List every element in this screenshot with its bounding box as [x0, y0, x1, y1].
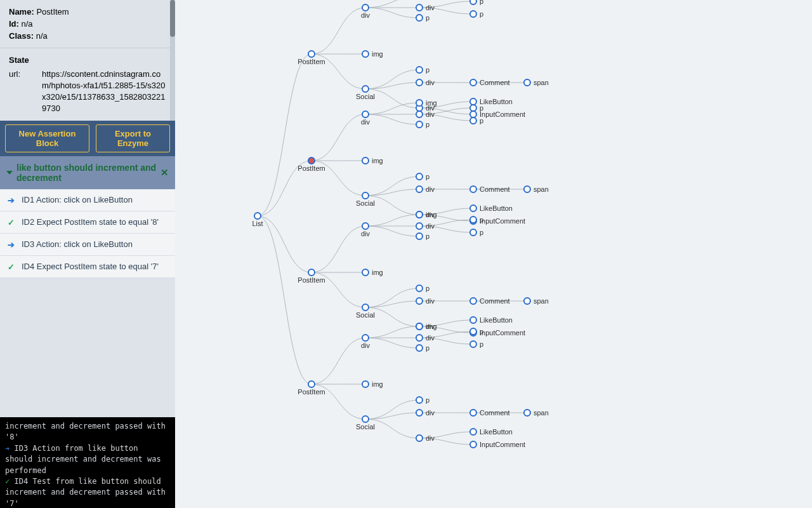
console-line: ✓ ID4 Test from like button should incre…: [5, 476, 170, 508]
tree-node-label: InputComment: [480, 441, 525, 448]
tree-node[interactable]: [470, 205, 476, 211]
step-row[interactable]: ➔ ID3 Action: click on LikeButton: [0, 234, 175, 256]
tree-node[interactable]: [470, 98, 476, 105]
tree-node[interactable]: [416, 233, 422, 239]
step-row[interactable]: ✓ ID4 Expect PostItem state to equal '7': [0, 256, 175, 278]
tree-node[interactable]: [362, 223, 369, 229]
tree-node[interactable]: [416, 335, 422, 341]
tree-node[interactable]: [524, 410, 530, 416]
tree-node[interactable]: [362, 381, 369, 387]
tree-node[interactable]: [416, 121, 422, 128]
console-line: increment and decrement passed with '8': [5, 421, 170, 443]
tree-node[interactable]: [362, 51, 369, 57]
tree-node[interactable]: [416, 397, 422, 403]
tree-node[interactable]: [416, 111, 422, 117]
tree-edge: [311, 8, 365, 54]
tree-node-label: p: [480, 328, 483, 335]
tree-node[interactable]: [470, 79, 476, 86]
tree-edge: [311, 226, 365, 272]
tree-node[interactable]: [362, 157, 369, 164]
test-block-header[interactable]: like button should increment and decreme…: [0, 156, 175, 189]
tree-node-label: span: [534, 297, 549, 305]
tree-node[interactable]: [470, 111, 476, 117]
tree-node-label: p: [480, 10, 483, 18]
component-tree-diagram[interactable]: ListPostItemdivimgSocialimgdivppppdivCom…: [175, 0, 812, 508]
tree-edge: [365, 8, 419, 18]
tree-node-label: img: [372, 157, 383, 164]
component-info-panel: Name: PostItem Id: n/a Class: n/a: [0, 0, 175, 48]
tree-node[interactable]: [470, 186, 476, 192]
tree-node[interactable]: [416, 173, 422, 180]
tree-node[interactable]: [416, 79, 422, 86]
tree-node[interactable]: [416, 285, 422, 291]
tree-node[interactable]: [470, 217, 476, 223]
step-row[interactable]: ✓ ID2 Expect PostItem state to equal '8': [0, 211, 175, 234]
tree-node[interactable]: [470, 117, 476, 124]
tree-node-label: p: [480, 229, 483, 236]
tree-node[interactable]: [416, 186, 422, 192]
tree-node[interactable]: [470, 0, 476, 4]
tree-node[interactable]: [308, 381, 315, 387]
tree-node-label: p: [480, 216, 483, 224]
tree-node[interactable]: [524, 298, 530, 304]
tree-node-label: div: [426, 110, 435, 118]
tree-node[interactable]: [362, 335, 369, 341]
tree-node-label: div: [426, 434, 435, 442]
tree-edge: [258, 216, 311, 384]
tree-node[interactable]: [416, 100, 422, 106]
tree-node[interactable]: [362, 416, 369, 422]
tree-node[interactable]: [470, 105, 476, 111]
tree-node[interactable]: [470, 317, 476, 323]
tree-node[interactable]: [470, 410, 476, 416]
tree-node[interactable]: [308, 269, 315, 276]
tree-node[interactable]: [524, 186, 530, 192]
tree-node-label: div: [426, 297, 435, 305]
tree-node[interactable]: [362, 86, 369, 92]
tree-node[interactable]: [416, 223, 422, 229]
tree-node-label: img: [426, 211, 437, 218]
tree-node[interactable]: [470, 229, 476, 236]
tree-node-label: PostItem: [298, 276, 325, 284]
tree-node[interactable]: [470, 341, 476, 347]
state-heading: State: [9, 55, 166, 66]
tree-node[interactable]: [470, 328, 476, 335]
tree-node[interactable]: [416, 4, 422, 11]
tree-node-label: div: [426, 4, 435, 11]
tree-node-label: span: [534, 185, 549, 193]
tree-node-label: p: [480, 117, 483, 124]
tree-node-label: div: [361, 230, 370, 237]
sidebar-scrollbar[interactable]: [170, 0, 175, 121]
tree-node[interactable]: [308, 157, 315, 164]
new-assertion-button[interactable]: New Assertion Block: [5, 124, 89, 152]
tree-node-label: Social: [356, 93, 375, 100]
tree-node[interactable]: [362, 269, 369, 276]
tree-node[interactable]: [416, 323, 422, 330]
step-row[interactable]: ➔ ID1 Action: click on LikeButton: [0, 189, 175, 211]
tree-node[interactable]: [416, 410, 422, 416]
tree-node-label: p: [426, 232, 429, 240]
tree-node[interactable]: [470, 441, 476, 448]
tree-node[interactable]: [254, 213, 261, 219]
tree-node[interactable]: [416, 298, 422, 304]
tree-node[interactable]: [416, 345, 422, 351]
tree-node[interactable]: [416, 435, 422, 441]
tree-node[interactable]: [362, 4, 369, 11]
state-url-label: url:: [9, 69, 42, 115]
tree-node[interactable]: [470, 429, 476, 435]
tree-node-label: p: [426, 396, 429, 404]
export-enzyme-button[interactable]: Export to Enzyme: [96, 124, 170, 152]
tree-node-label: p: [426, 284, 429, 292]
tree-node[interactable]: [362, 192, 369, 199]
tree-node[interactable]: [416, 15, 422, 21]
tree-node[interactable]: [470, 298, 476, 304]
tree-node-label: Comment: [480, 185, 510, 193]
tree-node[interactable]: [524, 79, 530, 86]
tree-node[interactable]: [362, 304, 369, 311]
tree-node[interactable]: [362, 111, 369, 117]
tree-node[interactable]: [308, 51, 315, 57]
tree-node[interactable]: [416, 67, 422, 73]
tree-node[interactable]: [416, 211, 422, 218]
tree-node-label: span: [534, 409, 549, 417]
tree-node[interactable]: [470, 11, 476, 17]
close-icon[interactable]: ✕: [160, 167, 169, 178]
